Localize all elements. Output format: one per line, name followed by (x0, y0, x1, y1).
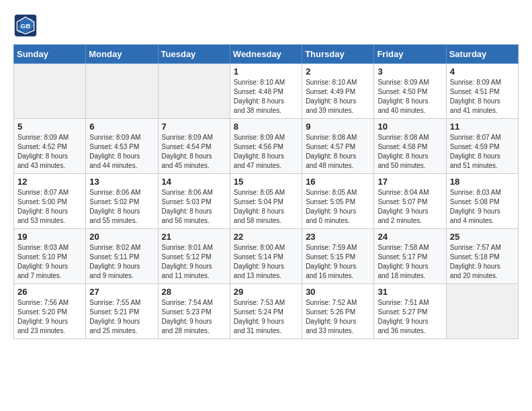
day-cell (158, 64, 230, 119)
day-cell: 26Sunrise: 7:56 AM Sunset: 5:20 PM Dayli… (14, 284, 86, 339)
day-number: 1 (234, 66, 298, 77)
col-header-wednesday: Wednesday (230, 45, 302, 64)
logo-area: GB (13, 13, 40, 38)
day-number: 5 (17, 122, 82, 132)
day-number: 10 (378, 122, 442, 132)
day-cell: 20Sunrise: 8:02 AM Sunset: 5:11 PM Dayli… (86, 229, 158, 284)
day-info: Sunrise: 7:55 AM Sunset: 5:21 PM Dayligh… (89, 298, 154, 336)
header-row: SundayMondayTuesdayWednesdayThursdayFrid… (14, 45, 519, 64)
day-cell: 7Sunrise: 8:09 AM Sunset: 4:54 PM Daylig… (158, 119, 230, 174)
day-cell: 18Sunrise: 8:03 AM Sunset: 5:08 PM Dayli… (446, 174, 518, 229)
day-info: Sunrise: 8:09 AM Sunset: 4:53 PM Dayligh… (89, 133, 154, 171)
day-info: Sunrise: 7:53 AM Sunset: 5:24 PM Dayligh… (234, 298, 298, 336)
col-header-monday: Monday (86, 45, 158, 64)
day-info: Sunrise: 7:58 AM Sunset: 5:17 PM Dayligh… (378, 243, 442, 281)
day-info: Sunrise: 8:09 AM Sunset: 4:56 PM Dayligh… (234, 133, 298, 171)
day-cell (86, 64, 158, 119)
day-number: 16 (306, 177, 370, 187)
day-info: Sunrise: 8:04 AM Sunset: 5:07 PM Dayligh… (378, 188, 442, 226)
day-info: Sunrise: 8:09 AM Sunset: 4:50 PM Dayligh… (378, 78, 442, 116)
day-info: Sunrise: 8:03 AM Sunset: 5:08 PM Dayligh… (450, 188, 515, 226)
day-cell: 11Sunrise: 8:07 AM Sunset: 4:59 PM Dayli… (446, 119, 518, 174)
day-info: Sunrise: 8:05 AM Sunset: 5:04 PM Dayligh… (234, 188, 298, 226)
day-cell: 28Sunrise: 7:54 AM Sunset: 5:23 PM Dayli… (158, 284, 230, 339)
day-number: 3 (378, 66, 442, 77)
day-number: 6 (89, 122, 154, 132)
day-cell: 16Sunrise: 8:05 AM Sunset: 5:05 PM Dayli… (302, 174, 374, 229)
day-cell: 2Sunrise: 8:10 AM Sunset: 4:49 PM Daylig… (302, 64, 374, 119)
day-number: 9 (306, 122, 370, 132)
day-number: 15 (234, 177, 298, 187)
logo-icon: GB (13, 13, 38, 38)
day-cell: 29Sunrise: 7:53 AM Sunset: 5:24 PM Dayli… (230, 284, 302, 339)
calendar-table: SundayMondayTuesdayWednesdayThursdayFrid… (13, 44, 519, 339)
week-row-0: 1Sunrise: 8:10 AM Sunset: 4:48 PM Daylig… (14, 64, 519, 119)
col-header-friday: Friday (374, 45, 446, 64)
day-number: 24 (378, 232, 442, 242)
svg-text:GB: GB (21, 22, 31, 30)
day-info: Sunrise: 7:56 AM Sunset: 5:20 PM Dayligh… (17, 298, 82, 336)
day-cell: 21Sunrise: 8:01 AM Sunset: 5:12 PM Dayli… (158, 229, 230, 284)
day-info: Sunrise: 7:51 AM Sunset: 5:27 PM Dayligh… (378, 298, 442, 336)
col-header-sunday: Sunday (14, 45, 86, 64)
day-info: Sunrise: 7:52 AM Sunset: 5:26 PM Dayligh… (306, 298, 370, 336)
day-cell: 24Sunrise: 7:58 AM Sunset: 5:17 PM Dayli… (374, 229, 446, 284)
day-cell: 8Sunrise: 8:09 AM Sunset: 4:56 PM Daylig… (230, 119, 302, 174)
day-info: Sunrise: 7:57 AM Sunset: 5:18 PM Dayligh… (450, 243, 515, 281)
day-number: 12 (17, 177, 82, 187)
day-number: 11 (450, 122, 515, 132)
day-info: Sunrise: 8:06 AM Sunset: 5:02 PM Dayligh… (89, 188, 154, 226)
day-cell: 6Sunrise: 8:09 AM Sunset: 4:53 PM Daylig… (86, 119, 158, 174)
day-info: Sunrise: 8:05 AM Sunset: 5:05 PM Dayligh… (306, 188, 370, 226)
header: GB (13, 13, 519, 38)
col-header-tuesday: Tuesday (158, 45, 230, 64)
day-number: 17 (378, 177, 442, 187)
day-number: 27 (89, 287, 154, 297)
day-info: Sunrise: 8:10 AM Sunset: 4:48 PM Dayligh… (234, 78, 298, 116)
day-cell: 5Sunrise: 8:09 AM Sunset: 4:52 PM Daylig… (14, 119, 86, 174)
day-number: 20 (89, 232, 154, 242)
day-info: Sunrise: 8:08 AM Sunset: 4:58 PM Dayligh… (378, 133, 442, 171)
day-number: 25 (450, 232, 515, 242)
page: GB SundayMondayTuesdayWednesdayThursdayF… (0, 0, 532, 346)
day-cell: 17Sunrise: 8:04 AM Sunset: 5:07 PM Dayli… (374, 174, 446, 229)
day-info: Sunrise: 8:07 AM Sunset: 5:00 PM Dayligh… (17, 188, 82, 226)
day-cell: 13Sunrise: 8:06 AM Sunset: 5:02 PM Dayli… (86, 174, 158, 229)
day-number: 28 (162, 287, 226, 297)
col-header-thursday: Thursday (302, 45, 374, 64)
day-cell: 3Sunrise: 8:09 AM Sunset: 4:50 PM Daylig… (374, 64, 446, 119)
day-info: Sunrise: 8:06 AM Sunset: 5:03 PM Dayligh… (162, 188, 226, 226)
week-row-4: 26Sunrise: 7:56 AM Sunset: 5:20 PM Dayli… (14, 284, 519, 339)
day-number: 2 (306, 66, 370, 77)
day-number: 4 (450, 66, 515, 77)
day-info: Sunrise: 8:09 AM Sunset: 4:52 PM Dayligh… (17, 133, 82, 171)
day-cell (14, 64, 86, 119)
week-row-2: 12Sunrise: 8:07 AM Sunset: 5:00 PM Dayli… (14, 174, 519, 229)
day-info: Sunrise: 8:08 AM Sunset: 4:57 PM Dayligh… (306, 133, 370, 171)
day-info: Sunrise: 8:00 AM Sunset: 5:14 PM Dayligh… (234, 243, 298, 281)
day-cell: 30Sunrise: 7:52 AM Sunset: 5:26 PM Dayli… (302, 284, 374, 339)
day-number: 26 (17, 287, 82, 297)
day-cell: 12Sunrise: 8:07 AM Sunset: 5:00 PM Dayli… (14, 174, 86, 229)
day-info: Sunrise: 8:09 AM Sunset: 4:51 PM Dayligh… (450, 78, 515, 116)
day-cell (446, 284, 518, 339)
day-cell: 1Sunrise: 8:10 AM Sunset: 4:48 PM Daylig… (230, 64, 302, 119)
day-info: Sunrise: 8:02 AM Sunset: 5:11 PM Dayligh… (89, 243, 154, 281)
day-number: 8 (234, 122, 298, 132)
day-cell: 19Sunrise: 8:03 AM Sunset: 5:10 PM Dayli… (14, 229, 86, 284)
day-number: 7 (162, 122, 226, 132)
day-number: 22 (234, 232, 298, 242)
day-number: 23 (306, 232, 370, 242)
col-header-saturday: Saturday (446, 45, 518, 64)
day-info: Sunrise: 8:09 AM Sunset: 4:54 PM Dayligh… (162, 133, 226, 171)
week-row-3: 19Sunrise: 8:03 AM Sunset: 5:10 PM Dayli… (14, 229, 519, 284)
day-cell: 15Sunrise: 8:05 AM Sunset: 5:04 PM Dayli… (230, 174, 302, 229)
day-cell: 4Sunrise: 8:09 AM Sunset: 4:51 PM Daylig… (446, 64, 518, 119)
day-number: 14 (162, 177, 226, 187)
day-info: Sunrise: 8:03 AM Sunset: 5:10 PM Dayligh… (17, 243, 82, 281)
week-row-1: 5Sunrise: 8:09 AM Sunset: 4:52 PM Daylig… (14, 119, 519, 174)
day-info: Sunrise: 8:07 AM Sunset: 4:59 PM Dayligh… (450, 133, 515, 171)
day-cell: 10Sunrise: 8:08 AM Sunset: 4:58 PM Dayli… (374, 119, 446, 174)
day-number: 13 (89, 177, 154, 187)
day-info: Sunrise: 8:01 AM Sunset: 5:12 PM Dayligh… (162, 243, 226, 281)
